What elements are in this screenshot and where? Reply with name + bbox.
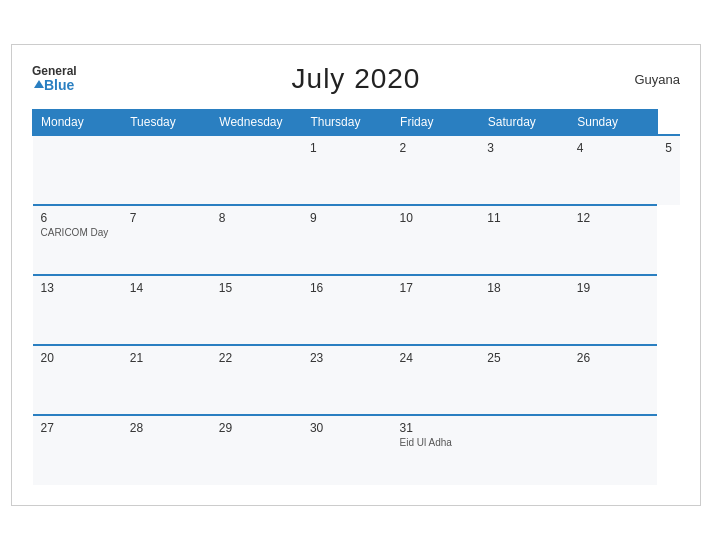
calendar-cell: 15	[211, 275, 302, 345]
calendar-cell: 3	[479, 135, 568, 205]
day-number: 30	[310, 421, 384, 435]
calendar-cell	[33, 135, 122, 205]
day-number: 2	[400, 141, 472, 155]
week-row-2: 6CARICOM Day789101112	[33, 205, 681, 275]
calendar-cell	[211, 135, 302, 205]
header-saturday: Saturday	[479, 110, 568, 136]
day-number: 23	[310, 351, 384, 365]
calendar-cell: 18	[479, 275, 568, 345]
calendar-table: Monday Tuesday Wednesday Thursday Friday…	[32, 109, 680, 485]
day-number: 6	[41, 211, 114, 225]
calendar-cell: 8	[211, 205, 302, 275]
calendar-cell: 13	[33, 275, 122, 345]
calendar-cell: 26	[569, 345, 658, 415]
calendar-cell: 25	[479, 345, 568, 415]
day-number: 25	[487, 351, 560, 365]
day-number: 17	[400, 281, 472, 295]
day-number: 1	[310, 141, 384, 155]
day-number: 29	[219, 421, 294, 435]
calendar-cell: 2	[392, 135, 480, 205]
day-number: 27	[41, 421, 114, 435]
day-number: 28	[130, 421, 203, 435]
week-row-1: 12345	[33, 135, 681, 205]
calendar-cell: 6CARICOM Day	[33, 205, 122, 275]
week-row-5: 2728293031Eid Ul Adha	[33, 415, 681, 485]
calendar-cell: 4	[569, 135, 658, 205]
calendar-cell: 11	[479, 205, 568, 275]
day-number: 13	[41, 281, 114, 295]
day-number: 20	[41, 351, 114, 365]
calendar-cell: 10	[392, 205, 480, 275]
country-label: Guyana	[634, 72, 680, 87]
calendar-cell	[569, 415, 658, 485]
day-number: 31	[400, 421, 472, 435]
calendar-cell: 30	[302, 415, 392, 485]
header-monday: Monday	[33, 110, 122, 136]
calendar-cell: 28	[122, 415, 211, 485]
calendar-cell	[122, 135, 211, 205]
logo-triangle-icon	[34, 80, 44, 88]
logo-blue-text: Blue	[44, 78, 74, 93]
header-sunday: Sunday	[569, 110, 658, 136]
day-number: 15	[219, 281, 294, 295]
day-number: 21	[130, 351, 203, 365]
calendar-header: General Blue July 2020 Guyana	[32, 63, 680, 95]
event-label: Eid Ul Adha	[400, 437, 472, 448]
calendar-cell: 7	[122, 205, 211, 275]
week-row-4: 20212223242526	[33, 345, 681, 415]
week-row-3: 13141516171819	[33, 275, 681, 345]
day-number: 18	[487, 281, 560, 295]
calendar-cell: 1	[302, 135, 392, 205]
calendar-cell: 22	[211, 345, 302, 415]
calendar-cell: 9	[302, 205, 392, 275]
day-number: 24	[400, 351, 472, 365]
header-thursday: Thursday	[302, 110, 392, 136]
calendar-cell: 14	[122, 275, 211, 345]
day-number: 3	[487, 141, 560, 155]
day-number: 9	[310, 211, 384, 225]
weekday-header-row: Monday Tuesday Wednesday Thursday Friday…	[33, 110, 681, 136]
calendar-cell: 31Eid Ul Adha	[392, 415, 480, 485]
calendar-cell: 20	[33, 345, 122, 415]
calendar-cell: 29	[211, 415, 302, 485]
logo-general-text: General	[32, 65, 77, 78]
calendar-cell	[479, 415, 568, 485]
day-number: 19	[577, 281, 650, 295]
calendar-container: General Blue July 2020 Guyana Monday Tue…	[11, 44, 701, 506]
day-number: 14	[130, 281, 203, 295]
day-number: 8	[219, 211, 294, 225]
calendar-cell: 23	[302, 345, 392, 415]
calendar-cell: 21	[122, 345, 211, 415]
day-number: 12	[577, 211, 650, 225]
day-number: 11	[487, 211, 560, 225]
calendar-cell: 5	[657, 135, 680, 205]
day-number: 5	[665, 141, 672, 155]
calendar-cell: 19	[569, 275, 658, 345]
header-friday: Friday	[392, 110, 480, 136]
calendar-cell: 24	[392, 345, 480, 415]
calendar-cell: 27	[33, 415, 122, 485]
calendar-cell: 12	[569, 205, 658, 275]
day-number: 22	[219, 351, 294, 365]
logo: General Blue	[32, 65, 77, 94]
calendar-cell: 17	[392, 275, 480, 345]
day-number: 16	[310, 281, 384, 295]
day-number: 4	[577, 141, 650, 155]
calendar-cell: 16	[302, 275, 392, 345]
day-number: 7	[130, 211, 203, 225]
day-number: 26	[577, 351, 650, 365]
day-number: 10	[400, 211, 472, 225]
header-wednesday: Wednesday	[211, 110, 302, 136]
event-label: CARICOM Day	[41, 227, 114, 238]
header-tuesday: Tuesday	[122, 110, 211, 136]
calendar-title: July 2020	[292, 63, 421, 95]
